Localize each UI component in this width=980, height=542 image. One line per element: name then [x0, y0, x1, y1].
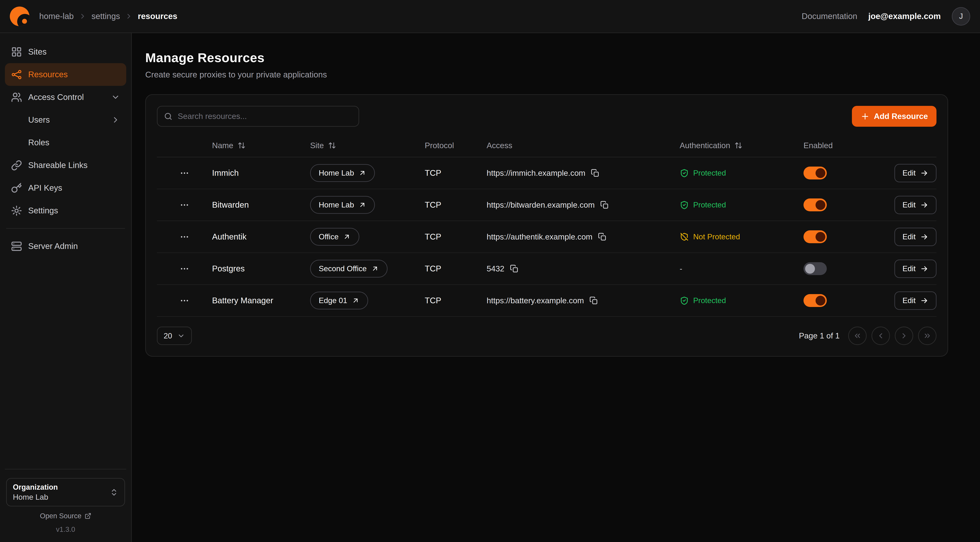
- copy-button[interactable]: [589, 297, 598, 305]
- toggle-knob: [816, 200, 825, 210]
- grid-icon: [11, 46, 22, 57]
- header-authentication[interactable]: Authentication: [680, 141, 803, 150]
- site-link[interactable]: Home Lab: [310, 164, 375, 182]
- sort-icon[interactable]: [238, 142, 245, 150]
- sidebar-item-server-admin[interactable]: Server Admin: [5, 235, 126, 258]
- sidebar-item-label: API Keys: [28, 183, 62, 193]
- avatar[interactable]: J: [952, 7, 970, 26]
- enabled-toggle[interactable]: [803, 167, 827, 179]
- copy-button[interactable]: [598, 233, 606, 241]
- chevron-right-icon: [900, 332, 908, 340]
- resources-card: Add Resource Name Site Protocol: [145, 94, 948, 357]
- access-url: https://immich.example.com: [487, 169, 585, 178]
- site-link[interactable]: Home Lab: [310, 196, 375, 214]
- header-access-label: Access: [487, 141, 512, 150]
- edit-button[interactable]: Edit: [894, 228, 937, 246]
- site-link[interactable]: Second Office: [310, 260, 388, 277]
- edit-label: Edit: [902, 201, 916, 209]
- row-menu-button[interactable]: [180, 264, 189, 274]
- first-page-button[interactable]: [848, 327, 867, 345]
- row-menu-button[interactable]: [180, 232, 189, 242]
- enabled-toggle[interactable]: [803, 230, 827, 243]
- topbar-left: home-lab settings resources: [10, 6, 177, 26]
- copy-icon: [598, 233, 606, 241]
- last-page-button[interactable]: [918, 327, 937, 345]
- chevron-down-icon: [111, 92, 120, 102]
- open-source-link[interactable]: Open Source: [6, 512, 125, 520]
- previous-page-button[interactable]: [872, 327, 890, 345]
- cell-site: Office: [310, 228, 425, 245]
- arrow-up-right-icon: [343, 233, 351, 241]
- copy-button[interactable]: [600, 201, 609, 209]
- header-site[interactable]: Site: [310, 141, 425, 150]
- table-row: Immich Home Lab TCP https://immich.examp…: [157, 157, 937, 189]
- sidebar-item-users[interactable]: Users: [5, 108, 126, 131]
- resource-protocol: TCP: [425, 168, 487, 178]
- copy-icon: [591, 169, 600, 177]
- page-size-select[interactable]: 20: [157, 327, 192, 345]
- auth-status-label: Protected: [693, 169, 726, 177]
- sidebar-item-settings[interactable]: Settings: [5, 199, 126, 222]
- auth-status: Protected: [680, 168, 803, 178]
- chevrons-up-down-icon: [110, 488, 118, 497]
- site-label: Office: [319, 233, 339, 241]
- edit-button[interactable]: Edit: [894, 164, 937, 182]
- cell-enabled: [803, 294, 886, 307]
- cell-edit: Edit: [886, 292, 937, 310]
- copy-icon: [510, 265, 519, 273]
- sidebar-item-resources[interactable]: Resources: [5, 63, 126, 86]
- next-page-button[interactable]: [895, 327, 913, 345]
- sidebar-bottom: Organization Home Lab Open Source v1.3.0: [5, 469, 126, 533]
- row-menu-button[interactable]: [180, 168, 189, 178]
- sort-icon[interactable]: [735, 142, 742, 150]
- cell-edit: Edit: [886, 260, 937, 278]
- cell-site: Home Lab: [310, 164, 425, 182]
- enabled-toggle[interactable]: [803, 198, 827, 211]
- breadcrumb-org[interactable]: home-lab: [39, 11, 74, 21]
- copy-button[interactable]: [591, 169, 600, 177]
- auth-status-label: -: [680, 264, 682, 273]
- site-link[interactable]: Office: [310, 228, 360, 245]
- cell-enabled: [803, 262, 886, 275]
- sidebar-item-label: Settings: [28, 206, 58, 215]
- enabled-toggle[interactable]: [803, 262, 827, 275]
- documentation-link[interactable]: Documentation: [802, 11, 857, 21]
- arrow-up-right-icon: [358, 169, 366, 177]
- sidebar-item-access-control[interactable]: Access Control: [5, 86, 126, 108]
- header-authentication-label: Authentication: [680, 141, 730, 150]
- arrow-up-right-icon: [371, 265, 379, 273]
- cell-access: https://immich.example.com: [487, 169, 680, 178]
- site-link[interactable]: Edge 01: [310, 292, 368, 309]
- copy-button[interactable]: [510, 265, 519, 273]
- app-root: home-lab settings resources Documentatio…: [0, 0, 980, 542]
- shield-check-icon: [680, 200, 689, 209]
- edit-button[interactable]: Edit: [894, 260, 937, 278]
- search-input[interactable]: [178, 112, 352, 121]
- sidebar-item-shareable-links[interactable]: Shareable Links: [5, 154, 126, 177]
- organization-selector[interactable]: Organization Home Lab: [6, 478, 125, 507]
- app-logo-icon[interactable]: [10, 6, 29, 26]
- enabled-toggle[interactable]: [803, 294, 827, 307]
- edit-button[interactable]: Edit: [894, 196, 937, 214]
- page-size-value: 20: [164, 332, 172, 340]
- header-name[interactable]: Name: [212, 141, 310, 150]
- sidebar-item-roles[interactable]: Roles: [5, 131, 126, 154]
- row-menu-button[interactable]: [180, 296, 189, 306]
- row-menu-button[interactable]: [180, 200, 189, 210]
- breadcrumb-settings[interactable]: settings: [92, 11, 120, 21]
- access-url: 5432: [487, 264, 504, 273]
- search-icon: [164, 112, 173, 121]
- shield-check-icon: [680, 168, 689, 178]
- add-resource-button[interactable]: Add Resource: [852, 106, 937, 127]
- breadcrumb-current: resources: [138, 11, 177, 21]
- table-footer: 20 Page 1 of 1: [157, 327, 937, 345]
- open-source-label: Open Source: [40, 512, 81, 520]
- sidebar-item-sites[interactable]: Sites: [5, 40, 126, 63]
- sidebar-item-label: Server Admin: [28, 241, 78, 251]
- user-email[interactable]: joe@example.com: [868, 11, 941, 21]
- edit-button[interactable]: Edit: [894, 292, 937, 310]
- sidebar-item-api-keys[interactable]: API Keys: [5, 177, 126, 199]
- plus-icon: [861, 112, 870, 121]
- chevron-right-icon: [111, 115, 120, 124]
- sort-icon[interactable]: [328, 142, 336, 150]
